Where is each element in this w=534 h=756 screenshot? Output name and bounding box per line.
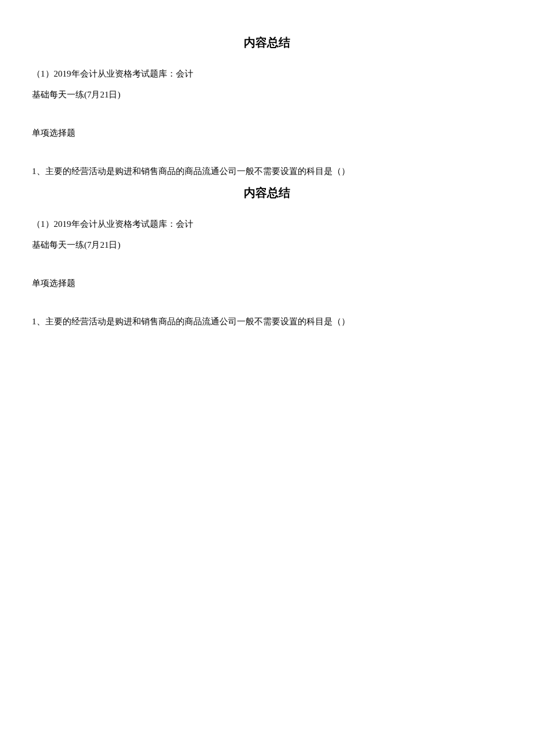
question-text: 1、主要的经营活动是购进和销售商品的商品流通公司一般不需要设置的科目是（） xyxy=(32,314,502,328)
question-text: 1、主要的经营活动是购进和销售商品的商品流通公司一般不需要设置的科目是（） xyxy=(32,164,502,178)
section-title: 内容总结 xyxy=(32,35,502,50)
question-type: 单项选择题 xyxy=(32,126,502,140)
source-line: （1）2019年会计从业资格考试题库：会计 xyxy=(32,67,502,81)
section-title: 内容总结 xyxy=(32,185,502,201)
section-2: 内容总结 （1）2019年会计从业资格考试题库：会计 基础每天一练(7月21日)… xyxy=(32,185,502,328)
question-type: 单项选择题 xyxy=(32,276,502,290)
spacer xyxy=(32,297,502,314)
spacer xyxy=(32,147,502,164)
document-page: 内容总结 （1）2019年会计从业资格考试题库：会计 基础每天一练(7月21日)… xyxy=(0,0,534,328)
spacer xyxy=(32,259,502,276)
source-line: （1）2019年会计从业资格考试题库：会计 xyxy=(32,217,502,231)
subtitle-line: 基础每天一练(7月21日) xyxy=(32,88,502,102)
subtitle-line: 基础每天一练(7月21日) xyxy=(32,238,502,252)
spacer xyxy=(32,108,502,126)
section-1: 内容总结 （1）2019年会计从业资格考试题库：会计 基础每天一练(7月21日)… xyxy=(32,35,502,178)
